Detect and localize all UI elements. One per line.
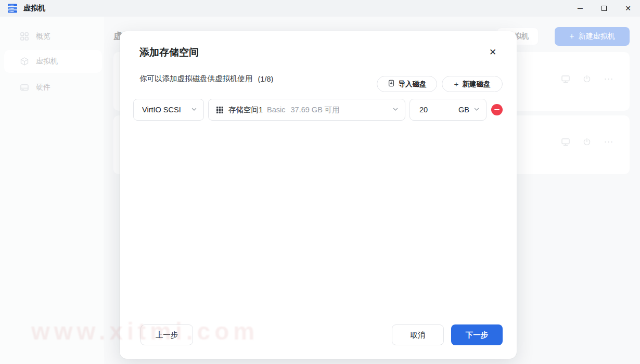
app-logo-icon <box>7 3 18 14</box>
cancel-button[interactable]: 取消 <box>392 324 444 345</box>
disk-size-input[interactable] <box>419 106 446 114</box>
maximize-icon <box>601 6 607 11</box>
new-disk-label: 新建磁盘 <box>462 80 490 89</box>
previous-step-button[interactable]: 上一步 <box>140 324 193 345</box>
chevron-down-icon <box>191 106 197 114</box>
minimize-button[interactable]: ─ <box>568 0 592 17</box>
new-disk-button[interactable]: + 新建磁盘 <box>442 76 503 92</box>
bus-type-select[interactable]: VirtIO SCSI <box>133 99 204 121</box>
storage-available: 37.69 GB 可用 <box>291 105 340 115</box>
window-title: 虚拟机 <box>23 4 45 13</box>
add-storage-dialog: 添加存储空间 ✕ 你可以添加虚拟磁盘供虚拟机使用 (1/8) 导入磁盘 + 新建… <box>120 31 517 359</box>
titlebar: 虚拟机 ─ ✕ <box>0 0 640 17</box>
next-step-button[interactable]: 下一步 <box>451 324 503 345</box>
size-unit-value: GB <box>458 106 469 114</box>
storage-type: Basic <box>267 106 285 114</box>
chevron-down-icon <box>392 106 399 114</box>
remove-disk-button[interactable] <box>491 104 503 115</box>
dialog-title: 添加存储空间 <box>139 46 199 59</box>
chevron-down-icon[interactable] <box>473 106 480 114</box>
disk-counter: (1/8) <box>258 75 274 83</box>
import-disk-button[interactable]: 导入磁盘 <box>377 76 437 92</box>
bus-type-value: VirtIO SCSI <box>142 106 191 114</box>
close-dialog-button[interactable]: ✕ <box>485 45 500 59</box>
minus-icon <box>494 109 500 111</box>
dialog-description: 你可以添加虚拟磁盘供虚拟机使用 (1/8) <box>139 71 273 87</box>
import-disk-icon <box>388 80 395 88</box>
maximize-button[interactable] <box>592 0 616 17</box>
import-disk-label: 导入磁盘 <box>399 80 427 89</box>
window-controls: ─ ✕ <box>568 0 640 17</box>
storage-grid-icon <box>216 106 224 114</box>
app-window: 概览 虚拟机 硬件 虚拟机 虚拟机 + 新建虚拟机 <box>0 0 640 364</box>
disk-size-field: GB <box>409 99 487 121</box>
storage-space-select[interactable]: 存储空间1 Basic 37.69 GB 可用 <box>208 99 405 121</box>
plus-icon: + <box>454 80 459 88</box>
description-text: 你可以添加虚拟磁盘供虚拟机使用 <box>139 74 253 84</box>
close-window-button[interactable]: ✕ <box>616 0 640 17</box>
storage-name: 存储空间1 <box>228 105 263 115</box>
